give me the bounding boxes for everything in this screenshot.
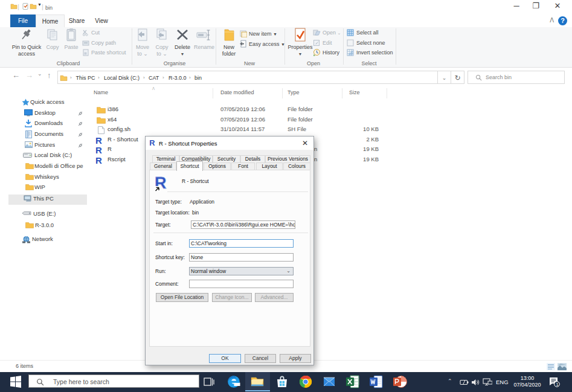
svg-text:R: R bbox=[149, 139, 155, 147]
svg-text:1: 1 bbox=[556, 382, 558, 387]
